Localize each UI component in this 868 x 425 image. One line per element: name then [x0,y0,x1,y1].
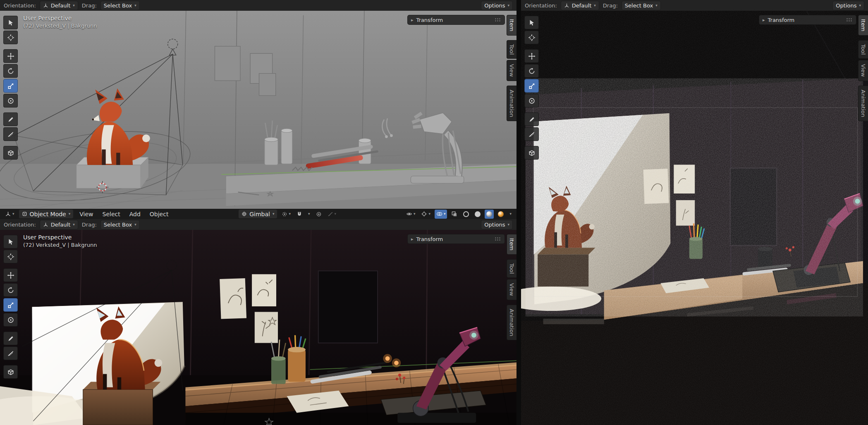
xray-toggle[interactable] [450,210,459,219]
scene-rendered[interactable] [0,230,516,425]
axis-icon [43,222,48,227]
drag-dropdown[interactable]: Select Box ▾ [622,1,661,10]
tab-tool[interactable]: Tool [858,40,868,59]
shading-rendered-button[interactable] [496,210,505,219]
tool-annotate[interactable] [3,332,18,345]
menu-add[interactable]: Add [126,210,144,218]
drag-dropdown[interactable]: Select Box ▾ [100,1,140,10]
tool-add-cube[interactable] [3,365,18,379]
chevron-down-icon: ▾ [655,4,658,7]
tool-scale[interactable] [3,298,18,312]
tool-move[interactable] [3,268,18,282]
menu-select[interactable]: Select [99,210,124,218]
menu-object[interactable]: Object [146,210,172,218]
tab-tool[interactable]: Tool [507,259,516,278]
tool-cursor[interactable] [3,31,18,44]
orientation-dropdown[interactable]: Default ▾ [40,1,78,10]
options-dropdown[interactable]: Options ▾ [832,1,864,10]
drag-value: Select Box [104,2,132,9]
transform-panel-header[interactable]: ▸ Transform [407,234,505,244]
tab-item[interactable]: Item [507,15,516,36]
mode-dropdown[interactable]: Object Mode ▾ [19,209,74,219]
orientation-dropdown[interactable]: Default ▾ [40,220,78,229]
proportional-falloff-dropdown[interactable]: ▾ [326,210,338,219]
tool-scale[interactable] [3,79,18,93]
tool-annotate[interactable] [524,112,539,126]
tab-tool[interactable]: Tool [507,40,516,59]
orientation-value: Default [572,2,592,9]
tab-animation[interactable]: Animation [507,86,516,121]
menu-view[interactable]: View [76,210,96,218]
transform-panel-label: Transform [416,236,443,242]
tool-measure[interactable] [3,127,18,141]
transform-panel-label: Transform [416,17,443,23]
tool-rotate[interactable] [3,283,18,297]
chevron-down-icon: ▾ [69,212,71,216]
tool-transform[interactable] [3,313,18,327]
show-overlays-toggle[interactable]: ▾ [435,210,447,219]
drag-label: Drag: [82,2,97,9]
object-mode-icon [22,211,27,217]
tool-cursor[interactable] [524,31,539,44]
tool-rotate[interactable] [524,64,539,78]
tool-select-box[interactable] [524,16,539,29]
axis-icon [43,3,48,8]
tool-move[interactable] [3,49,18,63]
snap-toggle[interactable] [295,210,304,219]
options-dropdown[interactable]: Options ▾ [481,220,513,229]
tab-item[interactable]: Item [507,234,516,255]
tool-annotate[interactable] [3,112,18,126]
options-dropdown[interactable]: Options ▾ [481,1,513,10]
shading-solid-button[interactable] [473,210,482,219]
tab-view[interactable]: View [858,60,868,81]
tool-scale[interactable] [524,79,539,93]
black-poster[interactable] [318,271,378,343]
viewport-canvas-rendered[interactable]: User Perspective (72) Verksted_V | Bakgr… [0,230,516,425]
tool-rotate[interactable] [3,64,18,78]
transform-panel-header[interactable]: ▸ Transform [759,15,856,25]
tool-transform[interactable] [3,94,18,107]
tool-add-cube[interactable] [3,146,18,160]
options-label: Options [484,222,505,228]
chevron-down-icon: ▾ [507,223,509,227]
tool-cursor[interactable] [3,250,18,263]
tab-animation[interactable]: Animation [507,305,516,340]
chevron-down-icon: ▾ [134,223,136,227]
tab-view[interactable]: View [507,279,516,300]
viewport-canvas-solid[interactable]: User Perspective (72) Verksted_V | Bakgr… [0,11,516,209]
tool-measure[interactable] [3,346,18,360]
tool-select-box[interactable] [3,235,18,248]
tab-animation[interactable]: Animation [858,86,868,121]
tool-shelf [3,16,18,160]
snap-settings-dropdown[interactable]: ▾ [306,210,312,219]
shading-material-button[interactable] [485,210,494,219]
rendered-sphere-icon [498,211,504,217]
object-visibility-dropdown[interactable]: ▾ [404,210,417,219]
chevron-down-icon: ▾ [12,212,14,216]
orientation-dropdown[interactable]: Default ▾ [561,1,599,10]
tab-item[interactable]: Item [858,15,868,36]
shading-dropdown[interactable]: ▾ [508,210,513,219]
pivot-point-dropdown[interactable]: ▾ [280,210,292,219]
drag-dropdown[interactable]: Select Box ▾ [100,220,140,229]
gimbal-globe-icon [242,211,247,217]
tab-view[interactable]: View [507,60,516,81]
tool-measure[interactable] [524,127,539,141]
scene-cycles[interactable] [521,11,868,425]
chevron-down-icon: ▾ [414,212,416,216]
tool-move[interactable] [524,49,539,63]
tool-select-box[interactable] [3,16,18,29]
tool-add-cube[interactable] [524,146,539,160]
viewport-canvas-cycles[interactable]: ▸ Transform Item Tool View Animation [521,11,868,425]
transform-orientation-dropdown[interactable]: Gimbal ▾ [238,209,277,219]
drag-value: Select Box [625,2,653,9]
transform-panel-header[interactable]: ▸ Transform [407,15,505,25]
drag-label: Drag: [82,222,97,228]
scene-solid[interactable] [0,11,516,209]
shading-wireframe-button[interactable] [461,210,471,219]
viewport-right: Orientation: Default ▾ Drag: Select Box … [521,0,868,425]
editor-type-button[interactable]: ▾ [3,210,16,219]
show-gizmo-dropdown[interactable]: ▾ [419,210,432,219]
tool-transform[interactable] [524,94,539,107]
proportional-editing-toggle[interactable] [314,210,323,219]
